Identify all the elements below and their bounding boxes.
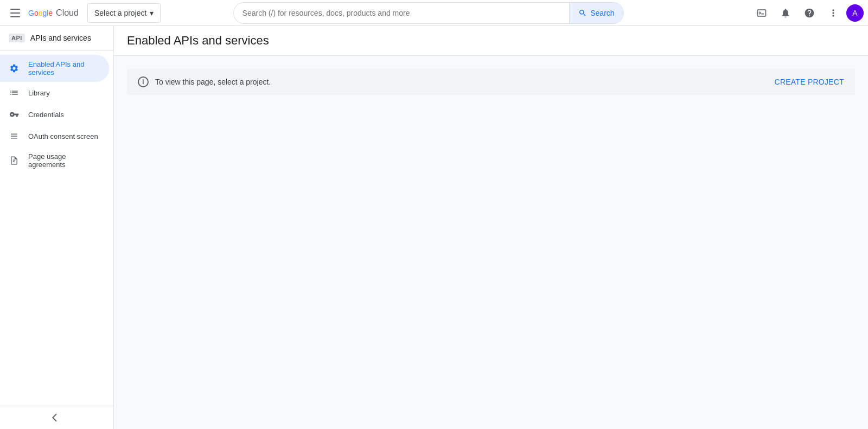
search-input[interactable] [234,9,570,17]
collapse-sidebar-button[interactable] [0,406,113,429]
search-button-label: Search [590,9,614,17]
api-badge: API [9,34,25,42]
page-title: Enabled APIs and services [114,26,868,56]
sidebar-item-enabled-apis-label: Enabled APIs and services [28,60,100,76]
library-icon [9,87,20,98]
google-cloud-logo[interactable]: Google Cloud [28,8,79,18]
project-selector-button[interactable]: Select a project ▾ [87,3,161,23]
more-options-button[interactable] [822,2,844,24]
credentials-icon [9,109,20,120]
collapse-icon [52,413,62,422]
main-content: Enabled APIs and services i To view this… [114,26,868,429]
info-banner-left: i To view this page, select a project. [138,76,271,87]
notifications-icon [780,8,791,18]
sidebar-item-page-usage-label: Page usage agreements [28,152,100,169]
search-bar: Search [233,2,624,24]
sidebar-item-library-label: Library [28,89,50,97]
enabled-apis-icon [9,63,20,74]
nav-icons: A [751,2,864,24]
sidebar-item-oauth-consent[interactable]: OAuth consent screen [0,125,109,147]
hamburger-icon [10,9,20,17]
hamburger-menu-button[interactable] [4,2,26,24]
content-body: i To view this page, select a project. C… [114,56,868,108]
notifications-button[interactable] [775,2,796,24]
search-icon [578,9,587,17]
sidebar-item-enabled-apis[interactable]: Enabled APIs and services [0,55,109,82]
cloud-shell-button[interactable] [751,2,773,24]
sidebar-navigation: Enabled APIs and services Library [0,50,113,406]
more-vert-icon [828,8,839,18]
sidebar-item-page-usage[interactable]: Page usage agreements [0,147,109,174]
sidebar: API APIs and services Enabled APIs and s… [0,26,114,429]
cloud-shell-icon [756,8,767,18]
create-project-button[interactable]: CREATE PROJECT [775,78,844,86]
info-icon: i [138,76,149,87]
project-selector-label: Select a project [94,9,147,17]
sidebar-item-credentials[interactable]: Credentials [0,104,109,125]
avatar[interactable]: A [846,4,864,22]
page-usage-icon [9,155,20,166]
chevron-down-icon: ▾ [150,9,154,17]
sidebar-item-credentials-label: Credentials [28,111,64,119]
sidebar-title: APIs and services [30,34,91,42]
oauth-icon [9,131,20,142]
sidebar-item-oauth-label: OAuth consent screen [28,132,98,140]
info-banner: i To view this page, select a project. C… [127,69,855,95]
main-layout: API APIs and services Enabled APIs and s… [0,26,868,429]
sidebar-header: API APIs and services [0,26,113,50]
info-message: To view this page, select a project. [155,78,271,86]
logo-text: Google Cloud [28,8,79,18]
help-icon [804,8,815,18]
help-button[interactable] [799,2,820,24]
sidebar-item-library[interactable]: Library [0,82,109,104]
top-nav: Google Cloud Select a project ▾ Search [0,0,868,26]
search-button[interactable]: Search [569,3,623,23]
